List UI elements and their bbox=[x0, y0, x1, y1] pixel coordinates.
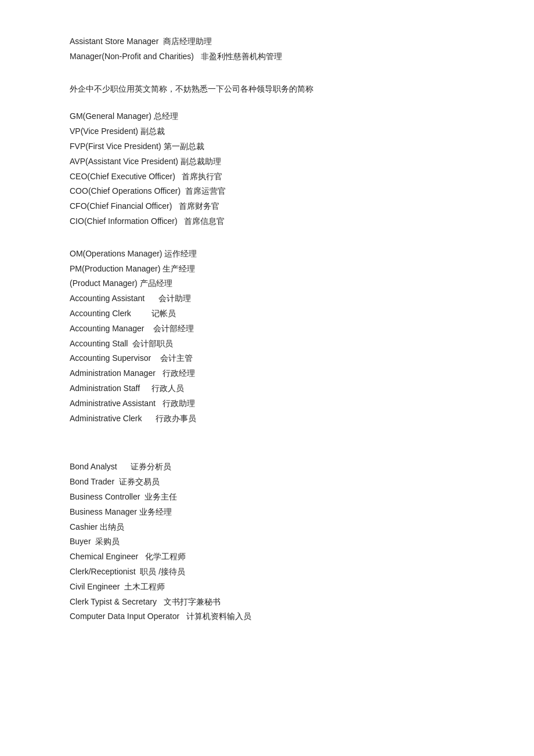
entry-en: Business Manager bbox=[70, 507, 137, 516]
top-entries-section: Assistant Store Manager 商店经理助理 Manager(N… bbox=[70, 35, 464, 64]
list-item: CEO(Chief Executive Officer) 首席执行官 bbox=[70, 170, 464, 184]
entry-zh: 行政经理 bbox=[163, 368, 195, 378]
entry-en: Bond Trader bbox=[70, 477, 114, 486]
entry-zh: 会计部经理 bbox=[153, 324, 194, 333]
entry-en: COO(Chief Operations Officer) bbox=[70, 186, 181, 196]
entry-zh: 运作经理 bbox=[164, 249, 197, 258]
entry-zh: 第一副总裁 bbox=[164, 142, 204, 151]
list-item: Assistant Store Manager 商店经理助理 bbox=[70, 35, 464, 49]
list-item: Civil Engineer 土木工程师 bbox=[70, 580, 464, 594]
entry-en: Computer Data Input Operator bbox=[70, 612, 179, 621]
entry-en: Business Controller bbox=[70, 492, 140, 501]
entry-zh: 业务主任 bbox=[145, 492, 177, 501]
list-item: Computer Data Input Operator 计算机资料输入员 bbox=[70, 610, 464, 624]
entry-zh: 证券分析员 bbox=[131, 462, 171, 471]
entry-en: Manager(Non-Profit and Charities) bbox=[70, 52, 194, 61]
entry-en: (Product Manager) bbox=[70, 278, 138, 288]
entry-zh: 文书打字兼秘书 bbox=[164, 597, 221, 606]
note-text: 外企中不少职位用英文简称，不妨熟悉一下公司各种领导职务的简称 bbox=[70, 84, 313, 93]
list-item: Accounting Manager 会计部经理 bbox=[70, 322, 464, 336]
entry-en: Administration Staff bbox=[70, 384, 140, 393]
entry-en: Clerk/Receptionist bbox=[70, 567, 136, 576]
entry-en: Bond Analyst bbox=[70, 462, 117, 471]
entry-en: FVP(First Vice President) bbox=[70, 142, 161, 151]
entry-zh: 产品经理 bbox=[140, 278, 172, 288]
list-item: Clerk Typist & Secretary 文书打字兼秘书 bbox=[70, 595, 464, 609]
list-item: Accounting Assistant 会计助理 bbox=[70, 292, 464, 306]
list-item: Bond Trader 证券交易员 bbox=[70, 475, 464, 489]
list-item: Chemical Engineer 化学工程师 bbox=[70, 550, 464, 564]
entry-zh: 首席运营官 bbox=[185, 186, 226, 196]
entry-en: Accounting Supervisor bbox=[70, 353, 151, 363]
entry-en: Administration Manager bbox=[70, 368, 156, 378]
list-item: AVP(Assistant Vice President) 副总裁助理 bbox=[70, 155, 464, 169]
list-item: Accounting Clerk 记帐员 bbox=[70, 307, 464, 321]
list-item: CIO(Chief Information Officer) 首席信息官 bbox=[70, 215, 464, 229]
list-item: Business Controller 业务主任 bbox=[70, 490, 464, 504]
entry-zh: 商店经理助理 bbox=[163, 37, 212, 46]
list-item: FVP(First Vice President) 第一副总裁 bbox=[70, 140, 464, 154]
entry-zh: 会计主管 bbox=[160, 353, 193, 363]
entry-zh: 生产经理 bbox=[163, 264, 195, 273]
entry-en: Accounting Manager bbox=[70, 324, 144, 333]
entry-zh: 首席执行官 bbox=[182, 172, 222, 181]
entry-zh: 证券交易员 bbox=[119, 477, 160, 486]
list-item: Cashier 出纳员 bbox=[70, 520, 464, 534]
entry-zh: 业务经理 bbox=[139, 507, 172, 516]
business-section: Bond Analyst 证券分析员 Bond Trader 证券交易员 Bus… bbox=[70, 460, 464, 624]
entry-zh: 会计助理 bbox=[158, 294, 191, 303]
entry-zh: 会计部职员 bbox=[132, 339, 173, 348]
list-item: Administrative Clerk 行政办事员 bbox=[70, 412, 464, 426]
entry-en: Accounting Assistant bbox=[70, 294, 145, 303]
entry-en: Accounting Clerk bbox=[70, 309, 131, 318]
entry-en: GM(General Manager) bbox=[70, 111, 151, 121]
entry-zh: 行政人员 bbox=[151, 384, 184, 393]
list-item: Bond Analyst 证券分析员 bbox=[70, 460, 464, 474]
entry-zh: 采购员 bbox=[95, 537, 120, 546]
list-item: CFO(Chief Financial Officer) 首席财务官 bbox=[70, 200, 464, 214]
list-item: OM(Operations Manager) 运作经理 bbox=[70, 247, 464, 261]
abbreviations-section: GM(General Manager) 总经理 VP(Vice Presiden… bbox=[70, 110, 464, 228]
entry-en: Administrative Assistant bbox=[70, 399, 156, 408]
entry-zh: 非盈利性慈善机构管理 bbox=[201, 52, 282, 61]
entry-zh: 副总裁助理 bbox=[181, 157, 221, 166]
entry-en: PM(Production Manager) bbox=[70, 264, 160, 273]
list-item: Administrative Assistant 行政助理 bbox=[70, 397, 464, 411]
entry-en: CEO(Chief Executive Officer) bbox=[70, 172, 175, 181]
list-item: Business Manager 业务经理 bbox=[70, 505, 464, 519]
entry-zh: 出纳员 bbox=[100, 522, 124, 531]
entry-en: Assistant Store Manager bbox=[70, 37, 158, 46]
entry-zh: 土木工程师 bbox=[124, 582, 165, 591]
entry-en: Accounting Stall bbox=[70, 339, 128, 348]
entry-zh: 总经理 bbox=[154, 111, 178, 121]
entry-zh: 首席财务官 bbox=[179, 201, 219, 211]
entry-zh: 化学工程师 bbox=[145, 552, 186, 561]
entry-en: Cashier bbox=[70, 522, 98, 531]
list-item: VP(Vice President) 副总裁 bbox=[70, 125, 464, 139]
entry-en: Civil Engineer bbox=[70, 582, 120, 591]
list-item: Accounting Stall 会计部职员 bbox=[70, 337, 464, 351]
operations-section: OM(Operations Manager) 运作经理 PM(Productio… bbox=[70, 247, 464, 426]
entry-zh: 计算机资料输入员 bbox=[186, 612, 251, 621]
list-item: (Product Manager) 产品经理 bbox=[70, 277, 464, 291]
entry-zh: 记帐员 bbox=[151, 309, 176, 318]
list-item: PM(Production Manager) 生产经理 bbox=[70, 262, 464, 276]
list-item: Administration Staff 行政人员 bbox=[70, 382, 464, 396]
list-item: Accounting Supervisor 会计主管 bbox=[70, 352, 464, 366]
list-item: Clerk/Receptionist 职员 /接待员 bbox=[70, 565, 464, 579]
list-item: Manager(Non-Profit and Charities) 非盈利性慈善… bbox=[70, 50, 464, 64]
entry-zh: 职员 /接待员 bbox=[140, 567, 185, 576]
entry-en: OM(Operations Manager) bbox=[70, 249, 163, 258]
note-section: 外企中不少职位用英文简称，不妨熟悉一下公司各种领导职务的简称 bbox=[70, 82, 464, 96]
list-item: GM(General Manager) 总经理 bbox=[70, 110, 464, 124]
entry-en: Buyer bbox=[70, 537, 91, 546]
entry-en: CFO(Chief Financial Officer) bbox=[70, 201, 172, 211]
list-item: Buyer 采购员 bbox=[70, 535, 464, 549]
entry-en: VP(Vice President) bbox=[70, 126, 138, 136]
list-item: COO(Chief Operations Officer) 首席运营官 bbox=[70, 185, 464, 198]
entry-en: CIO(Chief Information Officer) bbox=[70, 216, 178, 226]
entry-en: Chemical Engineer bbox=[70, 552, 138, 561]
entry-zh: 行政办事员 bbox=[156, 414, 196, 423]
entry-zh: 副总裁 bbox=[140, 126, 165, 136]
entry-zh: 行政助理 bbox=[163, 399, 195, 408]
